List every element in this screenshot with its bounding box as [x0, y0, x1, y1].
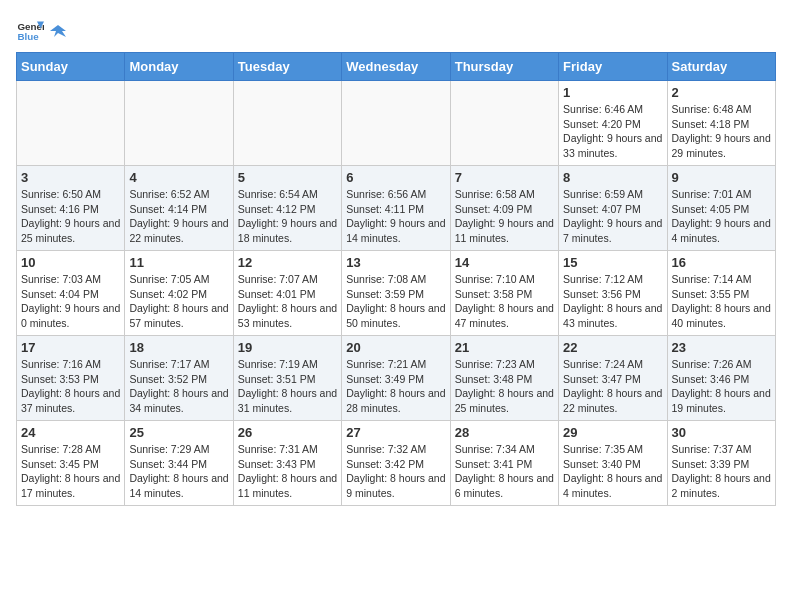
calendar-cell: 24Sunrise: 7:28 AM Sunset: 3:45 PM Dayli…	[17, 421, 125, 506]
weekday-header-tuesday: Tuesday	[233, 53, 341, 81]
day-info: Sunrise: 7:31 AM Sunset: 3:43 PM Dayligh…	[238, 442, 337, 501]
day-number: 26	[238, 425, 337, 440]
day-number: 28	[455, 425, 554, 440]
day-info: Sunrise: 6:52 AM Sunset: 4:14 PM Dayligh…	[129, 187, 228, 246]
day-info: Sunrise: 7:10 AM Sunset: 3:58 PM Dayligh…	[455, 272, 554, 331]
day-info: Sunrise: 6:58 AM Sunset: 4:09 PM Dayligh…	[455, 187, 554, 246]
logo: General Blue	[16, 16, 68, 44]
calendar-cell: 22Sunrise: 7:24 AM Sunset: 3:47 PM Dayli…	[559, 336, 667, 421]
day-number: 21	[455, 340, 554, 355]
day-number: 11	[129, 255, 228, 270]
calendar-cell: 13Sunrise: 7:08 AM Sunset: 3:59 PM Dayli…	[342, 251, 450, 336]
day-number: 27	[346, 425, 445, 440]
day-info: Sunrise: 7:14 AM Sunset: 3:55 PM Dayligh…	[672, 272, 771, 331]
calendar-week-5: 24Sunrise: 7:28 AM Sunset: 3:45 PM Dayli…	[17, 421, 776, 506]
day-number: 17	[21, 340, 120, 355]
calendar-cell: 20Sunrise: 7:21 AM Sunset: 3:49 PM Dayli…	[342, 336, 450, 421]
calendar-cell: 5Sunrise: 6:54 AM Sunset: 4:12 PM Daylig…	[233, 166, 341, 251]
calendar-cell	[450, 81, 558, 166]
day-info: Sunrise: 7:34 AM Sunset: 3:41 PM Dayligh…	[455, 442, 554, 501]
calendar-cell: 10Sunrise: 7:03 AM Sunset: 4:04 PM Dayli…	[17, 251, 125, 336]
day-number: 23	[672, 340, 771, 355]
calendar-cell: 28Sunrise: 7:34 AM Sunset: 3:41 PM Dayli…	[450, 421, 558, 506]
calendar: SundayMondayTuesdayWednesdayThursdayFrid…	[16, 52, 776, 506]
calendar-week-4: 17Sunrise: 7:16 AM Sunset: 3:53 PM Dayli…	[17, 336, 776, 421]
calendar-cell: 16Sunrise: 7:14 AM Sunset: 3:55 PM Dayli…	[667, 251, 775, 336]
day-info: Sunrise: 7:35 AM Sunset: 3:40 PM Dayligh…	[563, 442, 662, 501]
day-info: Sunrise: 6:54 AM Sunset: 4:12 PM Dayligh…	[238, 187, 337, 246]
calendar-cell	[342, 81, 450, 166]
day-number: 29	[563, 425, 662, 440]
day-info: Sunrise: 7:17 AM Sunset: 3:52 PM Dayligh…	[129, 357, 228, 416]
day-number: 7	[455, 170, 554, 185]
day-number: 30	[672, 425, 771, 440]
calendar-week-2: 3Sunrise: 6:50 AM Sunset: 4:16 PM Daylig…	[17, 166, 776, 251]
day-number: 8	[563, 170, 662, 185]
day-number: 9	[672, 170, 771, 185]
day-info: Sunrise: 7:07 AM Sunset: 4:01 PM Dayligh…	[238, 272, 337, 331]
day-info: Sunrise: 7:08 AM Sunset: 3:59 PM Dayligh…	[346, 272, 445, 331]
day-number: 16	[672, 255, 771, 270]
day-number: 3	[21, 170, 120, 185]
day-info: Sunrise: 7:32 AM Sunset: 3:42 PM Dayligh…	[346, 442, 445, 501]
day-number: 18	[129, 340, 228, 355]
day-number: 6	[346, 170, 445, 185]
weekday-header-saturday: Saturday	[667, 53, 775, 81]
day-info: Sunrise: 7:05 AM Sunset: 4:02 PM Dayligh…	[129, 272, 228, 331]
day-number: 5	[238, 170, 337, 185]
calendar-cell: 17Sunrise: 7:16 AM Sunset: 3:53 PM Dayli…	[17, 336, 125, 421]
day-info: Sunrise: 6:59 AM Sunset: 4:07 PM Dayligh…	[563, 187, 662, 246]
day-info: Sunrise: 7:03 AM Sunset: 4:04 PM Dayligh…	[21, 272, 120, 331]
day-info: Sunrise: 7:21 AM Sunset: 3:49 PM Dayligh…	[346, 357, 445, 416]
day-number: 20	[346, 340, 445, 355]
calendar-cell: 9Sunrise: 7:01 AM Sunset: 4:05 PM Daylig…	[667, 166, 775, 251]
day-number: 2	[672, 85, 771, 100]
weekday-header-thursday: Thursday	[450, 53, 558, 81]
day-info: Sunrise: 7:28 AM Sunset: 3:45 PM Dayligh…	[21, 442, 120, 501]
calendar-cell: 12Sunrise: 7:07 AM Sunset: 4:01 PM Dayli…	[233, 251, 341, 336]
calendar-cell: 1Sunrise: 6:46 AM Sunset: 4:20 PM Daylig…	[559, 81, 667, 166]
day-info: Sunrise: 7:01 AM Sunset: 4:05 PM Dayligh…	[672, 187, 771, 246]
day-number: 24	[21, 425, 120, 440]
calendar-cell: 6Sunrise: 6:56 AM Sunset: 4:11 PM Daylig…	[342, 166, 450, 251]
day-info: Sunrise: 6:56 AM Sunset: 4:11 PM Dayligh…	[346, 187, 445, 246]
day-info: Sunrise: 7:24 AM Sunset: 3:47 PM Dayligh…	[563, 357, 662, 416]
day-number: 4	[129, 170, 228, 185]
calendar-cell: 23Sunrise: 7:26 AM Sunset: 3:46 PM Dayli…	[667, 336, 775, 421]
day-number: 1	[563, 85, 662, 100]
calendar-cell: 25Sunrise: 7:29 AM Sunset: 3:44 PM Dayli…	[125, 421, 233, 506]
calendar-cell: 14Sunrise: 7:10 AM Sunset: 3:58 PM Dayli…	[450, 251, 558, 336]
calendar-header-row: SundayMondayTuesdayWednesdayThursdayFrid…	[17, 53, 776, 81]
day-number: 15	[563, 255, 662, 270]
day-number: 19	[238, 340, 337, 355]
calendar-cell	[17, 81, 125, 166]
logo-icon: General Blue	[16, 16, 44, 44]
logo-bird-icon	[48, 23, 68, 43]
day-info: Sunrise: 7:37 AM Sunset: 3:39 PM Dayligh…	[672, 442, 771, 501]
weekday-header-wednesday: Wednesday	[342, 53, 450, 81]
day-info: Sunrise: 7:16 AM Sunset: 3:53 PM Dayligh…	[21, 357, 120, 416]
calendar-cell: 30Sunrise: 7:37 AM Sunset: 3:39 PM Dayli…	[667, 421, 775, 506]
svg-text:Blue: Blue	[17, 31, 39, 42]
calendar-cell: 7Sunrise: 6:58 AM Sunset: 4:09 PM Daylig…	[450, 166, 558, 251]
calendar-week-3: 10Sunrise: 7:03 AM Sunset: 4:04 PM Dayli…	[17, 251, 776, 336]
day-number: 13	[346, 255, 445, 270]
calendar-cell: 19Sunrise: 7:19 AM Sunset: 3:51 PM Dayli…	[233, 336, 341, 421]
day-info: Sunrise: 6:48 AM Sunset: 4:18 PM Dayligh…	[672, 102, 771, 161]
day-info: Sunrise: 7:26 AM Sunset: 3:46 PM Dayligh…	[672, 357, 771, 416]
calendar-cell: 3Sunrise: 6:50 AM Sunset: 4:16 PM Daylig…	[17, 166, 125, 251]
calendar-cell: 8Sunrise: 6:59 AM Sunset: 4:07 PM Daylig…	[559, 166, 667, 251]
weekday-header-monday: Monday	[125, 53, 233, 81]
calendar-cell: 11Sunrise: 7:05 AM Sunset: 4:02 PM Dayli…	[125, 251, 233, 336]
calendar-cell	[233, 81, 341, 166]
day-number: 25	[129, 425, 228, 440]
day-info: Sunrise: 7:29 AM Sunset: 3:44 PM Dayligh…	[129, 442, 228, 501]
day-number: 22	[563, 340, 662, 355]
day-info: Sunrise: 6:50 AM Sunset: 4:16 PM Dayligh…	[21, 187, 120, 246]
calendar-cell: 18Sunrise: 7:17 AM Sunset: 3:52 PM Dayli…	[125, 336, 233, 421]
calendar-cell: 27Sunrise: 7:32 AM Sunset: 3:42 PM Dayli…	[342, 421, 450, 506]
svg-marker-3	[50, 25, 66, 37]
calendar-cell: 15Sunrise: 7:12 AM Sunset: 3:56 PM Dayli…	[559, 251, 667, 336]
calendar-cell: 2Sunrise: 6:48 AM Sunset: 4:18 PM Daylig…	[667, 81, 775, 166]
weekday-header-friday: Friday	[559, 53, 667, 81]
